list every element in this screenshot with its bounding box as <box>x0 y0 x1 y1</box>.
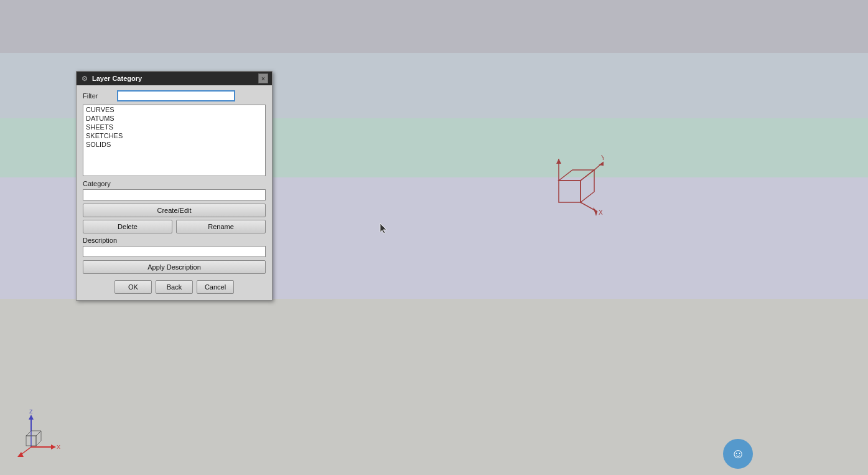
apply-description-button[interactable]: Apply Description <box>83 260 266 274</box>
layer-category-dialog: ⚙ Layer Category × Filter CURVES DATUMS … <box>76 71 273 301</box>
cancel-button[interactable]: Cancel <box>197 280 234 294</box>
axis-widget-bottom-left: Z X <box>12 410 62 459</box>
dialog-title: Layer Category <box>92 75 142 82</box>
category-input[interactable] <box>83 189 266 200</box>
svg-marker-15 <box>51 444 56 449</box>
rename-button[interactable]: Rename <box>176 220 266 233</box>
svg-marker-12 <box>29 415 34 420</box>
category-label: Category <box>83 180 266 187</box>
category-listbox[interactable]: CURVES DATUMS SHEETS SKETCHES SOLIDS <box>83 105 266 176</box>
chat-bubble-button[interactable]: ☺ <box>723 439 753 469</box>
svg-marker-2 <box>581 170 594 202</box>
svg-rect-19 <box>26 436 36 446</box>
svg-text:Y: Y <box>601 154 604 161</box>
svg-text:X: X <box>599 209 603 216</box>
list-item[interactable]: DATUMS <box>83 114 265 123</box>
filter-label: Filter <box>83 92 117 100</box>
svg-text:X: X <box>57 444 60 450</box>
svg-marker-10 <box>556 159 561 164</box>
stripe-top <box>0 0 868 53</box>
create-edit-button[interactable]: Create/Edit <box>83 204 266 217</box>
dialog-body: Filter CURVES DATUMS SHEETS SKETCHES SOL… <box>77 85 272 300</box>
titlebar-left: ⚙ Layer Category <box>80 74 142 83</box>
filter-row: Filter <box>83 90 266 101</box>
chat-icon: ☺ <box>731 446 745 462</box>
axis-widget-center: X Y <box>541 153 604 227</box>
delete-button[interactable]: Delete <box>83 220 172 233</box>
list-item[interactable]: CURVES <box>83 105 265 114</box>
delete-rename-row: Delete Rename <box>83 220 266 233</box>
close-button[interactable]: × <box>258 73 268 83</box>
back-button[interactable]: Back <box>156 280 193 294</box>
ok-button[interactable]: OK <box>114 280 152 294</box>
svg-marker-1 <box>559 170 594 181</box>
svg-text:Z: Z <box>29 410 33 415</box>
svg-rect-0 <box>559 181 581 202</box>
svg-marker-4 <box>593 207 597 216</box>
description-input[interactable] <box>83 246 266 257</box>
gear-icon: ⚙ <box>80 74 89 83</box>
list-item[interactable]: SOLIDS <box>83 140 265 149</box>
filter-input[interactable] <box>117 90 235 101</box>
list-item[interactable]: SHEETS <box>83 123 265 131</box>
dialog-titlebar: ⚙ Layer Category × <box>77 72 272 85</box>
description-label: Description <box>83 237 266 244</box>
list-item[interactable]: SKETCHES <box>83 131 265 140</box>
action-buttons-row: OK Back Cancel <box>83 280 266 294</box>
